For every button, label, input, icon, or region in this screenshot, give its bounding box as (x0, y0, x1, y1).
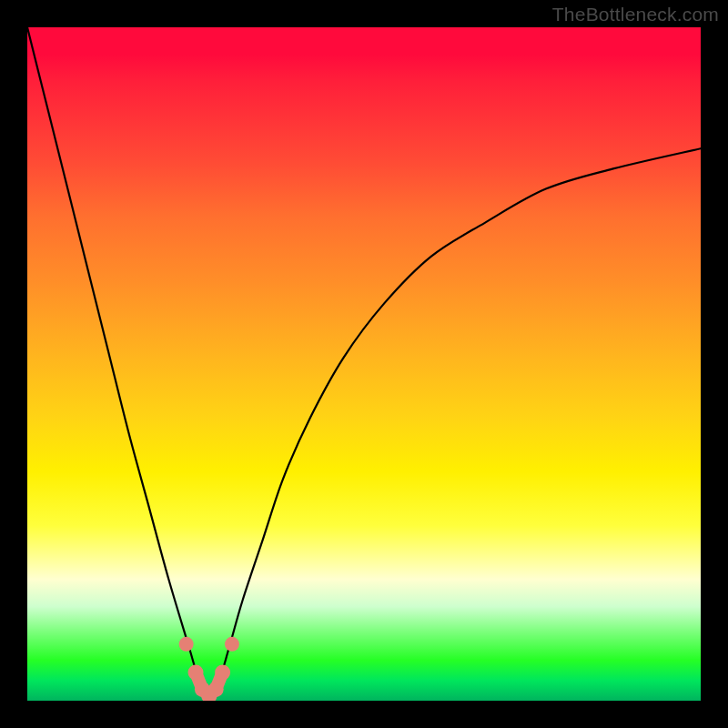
highlight-dots-group (179, 637, 239, 701)
highlight-dot (215, 664, 230, 680)
highlight-dot (188, 664, 204, 680)
bottleneck-curve (27, 27, 701, 701)
highlight-dot (208, 682, 224, 697)
chart-area (27, 27, 701, 701)
highlight-dot (225, 637, 239, 652)
watermark-text: TheBottleneck.com (552, 4, 719, 25)
highlight-dot (179, 637, 194, 652)
bottleneck-curve-svg (27, 27, 701, 701)
